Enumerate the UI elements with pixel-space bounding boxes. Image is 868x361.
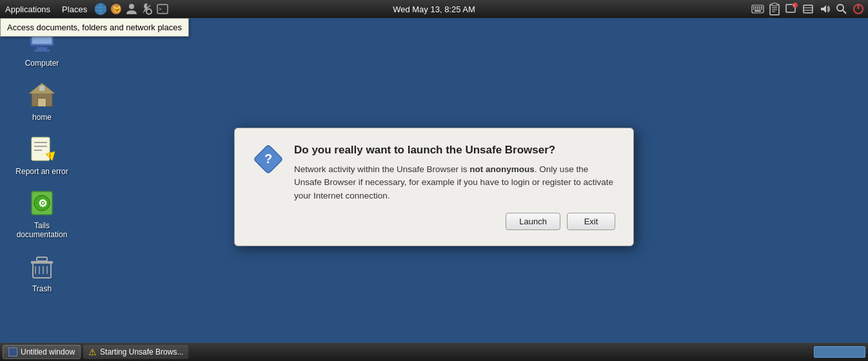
svg-rect-13: [755, 6, 756, 8]
clipboard-icon[interactable]: [767, 2, 782, 16]
dialog-buttons: Launch Exit: [253, 213, 615, 230]
dialog-title: Do you really want to launch the Unsafe …: [294, 144, 615, 157]
taskbar-left: Applications Places 🐱: [0, 2, 170, 17]
svg-rect-18: [755, 8, 756, 10]
exit-button[interactable]: Exit: [567, 213, 615, 230]
taskbar-right: !: [751, 2, 868, 16]
volume-icon[interactable]: [818, 2, 832, 16]
svg-rect-16: [761, 6, 762, 8]
dialog-question-icon: ?: [253, 144, 284, 175]
applications-menu[interactable]: Applications: [0, 2, 55, 17]
svg-point-35: [837, 5, 843, 11]
svg-marker-34: [821, 5, 826, 13]
svg-rect-19: [757, 8, 758, 10]
places-menu[interactable]: Places: [57, 2, 92, 17]
taskbar-bottom: Untitled window ⚠ Starting Unsafe Brows.…: [0, 343, 868, 361]
places-tooltip: Access documents, folders and network pl…: [0, 18, 189, 37]
svg-rect-12: [753, 6, 755, 8]
user-icon[interactable]: [124, 2, 139, 16]
dialog-header: ? Do you really want to launch the Unsaf…: [253, 144, 615, 202]
status-item[interactable]: ⚠ Starting Unsafe Brows...: [83, 345, 188, 359]
svg-point-8: [146, 9, 152, 14]
svg-rect-15: [759, 6, 760, 8]
svg-rect-31: [804, 5, 813, 13]
warning-icon: ⚠: [88, 347, 97, 357]
svg-text:🐱: 🐱: [113, 5, 121, 14]
taskbar-input-indicator: [814, 346, 865, 358]
globe-icon[interactable]: [94, 2, 108, 16]
window-label: Untitled window: [21, 347, 75, 356]
notification-icon[interactable]: !: [784, 2, 798, 16]
svg-rect-17: [753, 8, 755, 10]
search-icon[interactable]: [834, 2, 849, 16]
dialog-body: Network activity within the Unsafe Brows…: [294, 163, 615, 202]
svg-point-7: [129, 4, 134, 9]
tools-icon[interactable]: [140, 2, 154, 16]
svg-rect-21: [761, 8, 762, 10]
window-icon: [8, 347, 17, 356]
unsafe-browser-dialog: ? Do you really want to launch the Unsaf…: [234, 128, 634, 246]
window-button[interactable]: Untitled window: [3, 345, 81, 359]
svg-text:!: !: [794, 4, 795, 8]
svg-rect-24: [772, 3, 777, 6]
dialog-text: Do you really want to launch the Unsafe …: [294, 144, 615, 202]
tails-icon[interactable]: 🐱: [109, 2, 123, 16]
terminal-icon[interactable]: >_: [155, 2, 170, 16]
svg-rect-20: [759, 8, 760, 10]
svg-rect-14: [757, 6, 758, 8]
storage-icon[interactable]: [801, 2, 815, 16]
status-label: Starting Unsafe Brows...: [100, 347, 183, 356]
svg-line-36: [843, 10, 846, 14]
launch-button[interactable]: Launch: [506, 213, 560, 230]
datetime-display: Wed May 13, 8:25 AM: [393, 5, 475, 14]
svg-rect-22: [755, 10, 761, 12]
taskbar-top: Applications Places 🐱: [0, 0, 868, 18]
svg-text:?: ?: [264, 151, 272, 166]
power-icon[interactable]: [851, 2, 865, 16]
dialog-overlay: ? Do you really want to launch the Unsaf…: [0, 0, 868, 361]
keyboard-icon[interactable]: [751, 2, 765, 16]
svg-text:>_: >_: [159, 6, 165, 12]
